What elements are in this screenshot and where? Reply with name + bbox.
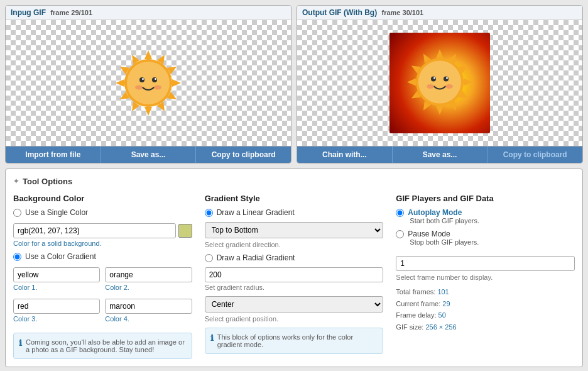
input-copy-clipboard-button[interactable]: Copy to clipboard bbox=[196, 147, 291, 163]
gradient-style-col: Gradient Style Draw a Linear Gradient To… bbox=[205, 194, 384, 359]
current-frame-value: 29 bbox=[442, 300, 450, 307]
solid-color-hint: Color for a solid background. bbox=[13, 240, 192, 247]
svg-point-39 bbox=[445, 84, 453, 89]
color3-cell: Color 3. bbox=[13, 299, 100, 328]
total-frames-stat: Total frames: 101 bbox=[396, 286, 575, 298]
color3-label: Color 3. bbox=[13, 315, 100, 323]
autoplay-radio-row[interactable]: Autoplay Mode bbox=[396, 208, 575, 217]
tool-options-panel: Tool Options Background Color Use a Sing… bbox=[5, 169, 583, 367]
svg-point-13 bbox=[127, 62, 170, 104]
input-save-as-button[interactable]: Save as... bbox=[101, 147, 197, 163]
output-panel-header: Output GIF (With Bg) frame 30/101 bbox=[297, 6, 582, 20]
output-panel-title: Output GIF (With Bg) bbox=[302, 8, 377, 17]
coming-soon-text: Coming soon, you'll also be able to add … bbox=[26, 338, 187, 353]
stats-box: Total frames: 101 Current frame: 29 Fram… bbox=[396, 286, 575, 333]
gif-players-col: GIF Players and GIF Data Autoplay Mode S… bbox=[396, 194, 575, 359]
linear-gradient-radio[interactable] bbox=[205, 209, 213, 217]
output-panel-footer: Chain with... Save as... Copy to clipboa… bbox=[297, 146, 582, 163]
pause-label: Pause Mode bbox=[408, 230, 450, 238]
frame-delay-stat: Frame delay: 50 bbox=[396, 309, 575, 321]
direction-select[interactable]: Top to Bottom bbox=[205, 222, 384, 238]
background-color-col: Background Color Use a Single Color Colo… bbox=[13, 194, 192, 359]
single-color-radio-row[interactable]: Use a Single Color bbox=[13, 208, 192, 217]
tool-options-title: Tool Options bbox=[23, 177, 72, 186]
input-panel-header: Inpug GIF frame 29/101 bbox=[6, 6, 291, 20]
gradient-info-icon: ℹ bbox=[210, 333, 214, 348]
gif-size-stat: GIF size: 256 × 256 bbox=[396, 321, 575, 333]
output-gif-panel: Output GIF (With Bg) frame 30/101 bbox=[297, 5, 583, 163]
svg-marker-26 bbox=[436, 106, 444, 115]
input-canvas bbox=[6, 20, 291, 146]
radial-gradient-radio[interactable] bbox=[205, 254, 213, 262]
pause-desc: Stop both GIF players. bbox=[410, 238, 575, 246]
solid-color-input-row bbox=[13, 223, 192, 238]
svg-marker-9 bbox=[116, 79, 124, 87]
svg-point-17 bbox=[155, 78, 156, 80]
svg-point-33 bbox=[418, 61, 461, 104]
color3-input[interactable] bbox=[13, 299, 100, 314]
radius-input[interactable] bbox=[205, 267, 384, 282]
position-select-row: Center bbox=[205, 296, 384, 313]
import-from-file-button[interactable]: Import from file bbox=[6, 147, 101, 163]
chain-with-button[interactable]: Chain with... bbox=[297, 147, 393, 163]
gradient-radio[interactable] bbox=[13, 253, 21, 261]
gif-players-title: GIF Players and GIF Data bbox=[396, 194, 575, 203]
gradient-radio-row[interactable]: Use a Color Gradient bbox=[13, 252, 192, 261]
svg-marker-29 bbox=[407, 79, 416, 86]
bg-color-radio-group: Use a Single Color bbox=[13, 208, 192, 217]
output-save-as-button[interactable]: Save as... bbox=[393, 147, 488, 163]
sun-graphic bbox=[107, 42, 189, 124]
frame-delay-value: 50 bbox=[438, 311, 446, 319]
input-panel-title: Inpug GIF bbox=[11, 8, 46, 17]
output-canvas bbox=[297, 20, 582, 146]
color4-input[interactable] bbox=[105, 299, 192, 314]
solid-color-input[interactable] bbox=[13, 223, 176, 238]
frame-number-input[interactable] bbox=[396, 256, 575, 271]
gradient-label: Use a Color Gradient bbox=[25, 252, 96, 261]
position-select[interactable]: Center bbox=[205, 296, 384, 313]
input-frame-indicator: frame 29/101 bbox=[50, 9, 92, 16]
svg-point-14 bbox=[139, 77, 144, 82]
color2-label: Color 2. bbox=[105, 284, 192, 291]
linear-gradient-label: Draw a Linear Gradient bbox=[217, 208, 295, 217]
svg-point-18 bbox=[135, 86, 143, 90]
output-sun-graphic bbox=[399, 42, 481, 123]
linear-gradient-radio-row[interactable]: Draw a Linear Gradient bbox=[205, 208, 384, 217]
single-color-radio[interactable] bbox=[13, 209, 21, 217]
output-copy-clipboard-button[interactable]: Copy to clipboard bbox=[487, 147, 582, 163]
svg-marker-20 bbox=[436, 50, 444, 58]
svg-point-34 bbox=[431, 77, 436, 82]
tool-options-header: Tool Options bbox=[13, 177, 575, 186]
current-frame-stat: Current frame: 29 bbox=[396, 298, 575, 310]
svg-marker-0 bbox=[144, 50, 152, 59]
autoplay-radio[interactable] bbox=[396, 209, 404, 217]
info-icon: ℹ bbox=[19, 338, 22, 353]
solid-color-swatch[interactable] bbox=[178, 224, 192, 238]
single-color-label: Use a Single Color bbox=[25, 208, 88, 217]
bg-color-title: Background Color bbox=[13, 194, 192, 203]
total-frames-value: 101 bbox=[437, 288, 449, 296]
radial-gradient-label: Draw a Radial Gradient bbox=[217, 253, 295, 262]
direction-hint: Select gradient direction. bbox=[205, 241, 384, 248]
autoplay-label: Autoplay Mode bbox=[408, 208, 462, 217]
pause-radio[interactable] bbox=[396, 230, 404, 238]
svg-point-16 bbox=[142, 78, 144, 80]
svg-point-35 bbox=[444, 77, 449, 82]
coming-soon-info: ℹ Coming soon, you'll also be able to ad… bbox=[13, 333, 192, 359]
frame-hint: Select frame number to display. bbox=[396, 274, 575, 281]
svg-point-37 bbox=[446, 77, 448, 79]
gradient-radio-group: Use a Color Gradient bbox=[13, 252, 192, 261]
autoplay-desc: Start both GIF players. bbox=[410, 217, 575, 224]
color1-input[interactable] bbox=[13, 267, 100, 282]
color2-cell: Color 2. bbox=[105, 267, 192, 296]
color2-input[interactable] bbox=[105, 267, 192, 282]
svg-marker-3 bbox=[172, 79, 181, 87]
pause-radio-row[interactable]: Pause Mode bbox=[396, 230, 575, 238]
color1-label: Color 1. bbox=[13, 284, 100, 291]
gradient-info: ℹ This block of options works only for t… bbox=[205, 328, 384, 354]
radial-gradient-radio-row[interactable]: Draw a Radial Gradient bbox=[205, 253, 384, 262]
gradient-info-text: This block of options works only for the… bbox=[217, 333, 378, 348]
svg-point-36 bbox=[433, 77, 435, 79]
svg-marker-23 bbox=[464, 79, 472, 86]
color4-label: Color 4. bbox=[105, 315, 192, 323]
